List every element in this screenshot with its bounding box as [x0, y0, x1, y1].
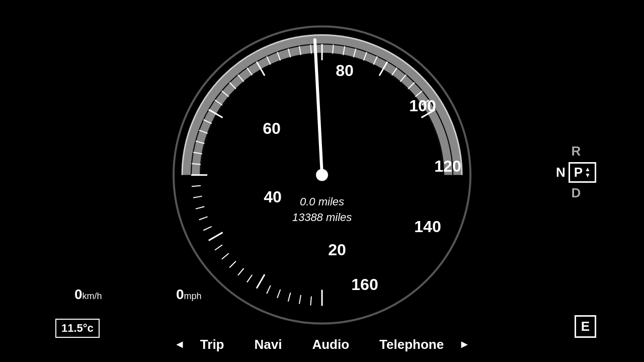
speedometer: 20 40 60 80 100 120 140 160 [166, 19, 478, 331]
svg-line-29 [196, 206, 204, 209]
svg-line-31 [192, 185, 201, 186]
svg-line-18 [299, 295, 301, 304]
svg-text:20: 20 [328, 241, 346, 259]
speed-mph-display: 0mph [176, 286, 202, 303]
svg-line-24 [229, 261, 236, 267]
svg-text:120: 120 [434, 157, 461, 175]
svg-line-21 [267, 285, 271, 293]
svg-line-22 [247, 274, 252, 282]
speed-kmh-unit: km/h [83, 291, 102, 301]
odometer-unit: miles [326, 211, 352, 224]
speed-mph-value: 0 [176, 286, 184, 302]
gear-park-arrows: ▲ ▼ [585, 166, 591, 178]
nav-item-trip[interactable]: Trip [185, 337, 239, 352]
svg-text:40: 40 [264, 188, 282, 206]
svg-point-59 [316, 169, 328, 181]
nav-right-arrow[interactable]: ► [459, 338, 470, 351]
gear-d: D [556, 183, 596, 204]
center-info: 0.0 miles 13388 miles [292, 194, 352, 226]
svg-line-26 [215, 245, 222, 250]
gear-park-box: P ▲ ▼ [569, 162, 596, 183]
gear-p-label: P [574, 165, 583, 180]
trip-distance-value: 0.0 [300, 195, 315, 208]
trip-distance-unit: miles [318, 195, 344, 208]
speed-kmh-value: 0 [74, 286, 83, 302]
speed-kmh-display: 0km/h [74, 286, 102, 303]
svg-line-17 [310, 296, 311, 305]
svg-line-3 [209, 232, 223, 240]
svg-line-1 [257, 274, 265, 288]
svg-line-27 [203, 226, 211, 230]
svg-line-25 [222, 253, 229, 259]
gear-n: N [556, 162, 566, 183]
svg-text:80: 80 [336, 61, 354, 80]
nav-item-navi[interactable]: Navi [239, 337, 297, 352]
svg-line-28 [199, 216, 208, 220]
svg-text:60: 60 [263, 119, 281, 137]
speed-mph-unit: mph [184, 291, 202, 301]
nav-left-arrow[interactable]: ◄ [174, 338, 185, 351]
trip-display: 0.0 miles [292, 194, 352, 210]
svg-line-23 [238, 268, 244, 275]
svg-line-20 [277, 289, 280, 298]
gear-panel: R N P ▲ ▼ D [556, 141, 596, 204]
odometer-value: 13388 [292, 211, 323, 224]
svg-text:160: 160 [351, 275, 378, 294]
gear-r: R [556, 141, 596, 162]
dashboard: 20 40 60 80 100 120 140 160 [0, 0, 644, 362]
nav-item-audio[interactable]: Audio [297, 337, 364, 352]
svg-line-30 [193, 196, 202, 197]
nav-item-telephone[interactable]: Telephone [364, 337, 459, 352]
svg-text:140: 140 [414, 218, 441, 236]
bottom-nav: ◄ Trip Navi Audio Telephone ► [0, 327, 644, 362]
svg-line-19 [288, 293, 291, 301]
odometer-display: 13388 miles [292, 210, 352, 226]
